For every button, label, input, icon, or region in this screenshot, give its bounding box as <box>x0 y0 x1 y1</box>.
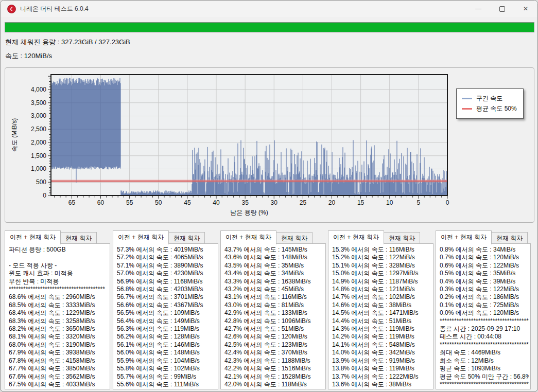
log-line: **************************************** <box>440 381 529 388</box>
log-line: 14.9% 에서의 속도 : 1187MiB/s <box>332 278 432 286</box>
log-line: 윈도 캐시 효과 : 미적용 <box>9 270 109 277</box>
tab-current-round[interactable]: 현재 회차 <box>384 232 420 244</box>
app-icon <box>7 5 16 13</box>
tab-previous-plus-current[interactable]: 이전 + 현재 회차 <box>220 230 276 244</box>
panel-log[interactable]: 파티션 용량 : 500GB - 모드 적용 사항 -윈도 캐시 효과 : 미적… <box>5 243 110 389</box>
y-tick-label: 2,500 <box>31 126 46 133</box>
result-panel: 이전 + 현재 회차현재 회차파티션 용량 : 500GB - 모드 적용 사항… <box>5 231 110 389</box>
tab-current-round[interactable]: 현재 회차 <box>168 232 205 244</box>
tab-previous-plus-current[interactable]: 이전 + 현재 회차 <box>328 230 384 244</box>
log-line: 42.9% 에서의 속도 : 133MiB/s <box>224 309 324 317</box>
log-line: 15.1% 에서의 속도 : 328MiB/s <box>332 262 432 270</box>
log-line: 56.1% 에서의 속도 : 146MiB/s <box>117 341 217 349</box>
panel-log[interactable]: 57.3% 에서의 속도 : 4019MiB/s57.2% 에서의 속도 : 4… <box>113 243 218 389</box>
log-line: 43.7% 에서의 속도 : 145MiB/s <box>224 246 324 254</box>
log-line: - 모드 적용 사항 - <box>9 262 109 270</box>
log-line: 55.6% 에서의 속도 : 111MiB/s <box>117 381 217 388</box>
panel-log[interactable]: 15.3% 에서의 속도 : 116MiB/s15.2% 에서의 속도 : 12… <box>328 243 433 389</box>
y-tick-label: 3,500 <box>31 99 46 106</box>
log-line: 13.9% 에서의 속도 : 919MiB/s <box>332 357 432 365</box>
x-tick-label: 15 <box>357 199 365 206</box>
legend-swatch <box>462 98 472 99</box>
log-line: 56.5% 에서의 속도 : 109MiB/s <box>117 309 217 317</box>
legend-label: 평균 속도 50% <box>476 104 517 113</box>
tab-current-round[interactable]: 현재 회차 <box>60 232 97 244</box>
log-line: 42.4% 에서의 속도 : 370MiB/s <box>224 349 324 357</box>
panel-log[interactable]: 0.8% 에서의 속도 : 34MiB/s0.7% 에서의 속도 : 120Mi… <box>436 243 531 389</box>
legend-item: 평균 속도 50% <box>462 104 517 113</box>
log-line: 15.3% 에서의 속도 : 116MiB/s <box>332 246 432 254</box>
log-line: 43.0% 에서의 속도 : 81MiB/s <box>224 301 324 309</box>
log-line: **************************************** <box>440 317 529 325</box>
result-panel: 이전 + 현재 회차현재 회차57.3% 에서의 속도 : 4019MiB/s5… <box>113 231 218 389</box>
close-button[interactable]: ✕ <box>514 1 537 17</box>
speed-chart-groupbox: 6560555045403530252015105005001,0001,500… <box>5 67 534 223</box>
log-line: 14.4% 에서의 속도 : 51MiB/s <box>332 317 432 325</box>
log-line: 15.2% 에서의 속도 : 122MiB/s <box>332 254 432 261</box>
tab-previous-plus-current[interactable]: 이전 + 현재 회차 <box>436 230 492 244</box>
log-line: 42.0% 에서의 속도 : 118MiB/s <box>224 381 324 388</box>
result-panel: 이전 + 현재 회차현재 회차43.7% 에서의 속도 : 145MiB/s43… <box>220 231 326 389</box>
log-line <box>9 254 109 261</box>
log-line: 56.6% 에서의 속도 : 4367MiB/s <box>117 301 217 309</box>
window-title: 나래온 더티 테스트 6.0.4 <box>20 5 89 13</box>
x-tick-label: 55 <box>126 199 133 206</box>
x-tick-label: 25 <box>300 199 307 206</box>
log-line: 14.5% 에서의 속도 : 1471MiB/s <box>332 309 432 317</box>
log-line: **************************************** <box>9 286 109 293</box>
minimize-button[interactable]: — <box>466 1 490 17</box>
log-line: 56.2% 에서의 속도 : 128MiB/s <box>117 333 217 341</box>
maximize-icon <box>499 6 505 12</box>
panel-tabs: 이전 + 현재 회차현재 회차 <box>436 231 531 244</box>
log-line: **************************************** <box>440 341 529 349</box>
title-bar: 나래온 더티 테스트 6.0.4 — ✕ <box>1 1 537 17</box>
log-line: 13.8% 에서의 속도 : 119MiB/s <box>332 365 432 372</box>
log-line: 57.0% 에서의 속도 : 4230MiB/s <box>117 270 217 277</box>
legend-item: 구간 속도 <box>462 94 517 103</box>
log-line: 0.2% 에서의 속도 : 186MiB/s <box>440 293 529 301</box>
tab-previous-plus-current[interactable]: 이전 + 현재 회차 <box>113 230 169 244</box>
log-line: 0.4% 에서의 속도 : 39MiB/s <box>440 278 529 286</box>
result-panel: 이전 + 현재 회차현재 회차15.3% 에서의 속도 : 116MiB/s15… <box>328 231 433 389</box>
log-line: 0.6% 에서의 속도 : 122MiB/s <box>440 262 529 270</box>
log-line: 14.1% 에서의 속도 : 548MiB/s <box>332 341 432 349</box>
log-line: 무한 반복 : 미적용 <box>9 278 109 286</box>
log-line: 종료 시간 : 2025-09-29 17:10 <box>440 325 529 333</box>
log-line: 68.3% 에서의 속도 : 3258MiB/s <box>9 317 109 325</box>
x-tick-label: 0 <box>446 199 449 206</box>
tab-previous-plus-current[interactable]: 이전 + 현재 회차 <box>5 230 61 244</box>
log-line: 57.1% 에서의 속도 : 3890MiB/s <box>117 262 217 270</box>
tab-current-round[interactable]: 현재 회차 <box>276 232 313 244</box>
log-line: 43.1% 에서의 속도 : 116MiB/s <box>224 293 324 301</box>
x-tick-label: 60 <box>97 199 105 206</box>
log-line: 67.7% 에서의 속도 : 3850MiB/s <box>9 365 109 372</box>
maximize-button[interactable] <box>490 1 514 17</box>
x-tick-label: 5 <box>417 199 421 206</box>
fill-progress-bar <box>5 22 534 32</box>
log-line: 42.8% 에서의 속도 : 1096MiB/s <box>224 317 324 325</box>
log-line: 43.2% 에서의 속도 : 45MiB/s <box>224 286 324 293</box>
log-line: 테스트 시간 : 00:44:08 <box>440 333 529 341</box>
x-tick-label: 50 <box>155 199 162 206</box>
y-tick-label: 500 <box>36 179 46 186</box>
log-line: 55.8% 에서의 속도 : 102MiB/s <box>117 365 217 372</box>
log-line: 67.8% 에서의 속도 : 4158MiB/s <box>9 357 109 365</box>
log-line: 43.4% 에서의 속도 : 34MiB/s <box>224 270 324 277</box>
tab-current-round[interactable]: 현재 회차 <box>491 232 528 244</box>
log-line: 57.2% 에서의 속도 : 4065MiB/s <box>117 254 217 261</box>
log-line: 0.8% 에서의 속도 : 34MiB/s <box>440 246 529 254</box>
panel-tabs: 이전 + 현재 회차현재 회차 <box>328 231 433 244</box>
log-line: 최소 속도 : 12MiB/s <box>440 357 529 365</box>
panel-log[interactable]: 43.7% 에서의 속도 : 145MiB/s43.6% 에서의 속도 : 14… <box>220 243 326 389</box>
log-line: 67.9% 에서의 속도 : 3938MiB/s <box>9 349 109 357</box>
log-line: 13.7% 에서의 속도 : 1222MiB/s <box>332 373 432 381</box>
log-line: 68.5% 에서의 속도 : 3333MiB/s <box>9 301 109 309</box>
fill-progress-value <box>5 23 534 32</box>
speed-status: 속도 : 120MiB/s <box>5 51 52 61</box>
x-tick-label: 10 <box>386 199 393 206</box>
chart-legend: 구간 속도평균 속도 50% <box>456 88 524 119</box>
log-line: 14.0% 에서의 속도 : 342MiB/s <box>332 349 432 357</box>
log-line: 42.6% 에서의 속도 : 120MiB/s <box>224 333 324 341</box>
y-tick-label: 1,000 <box>31 165 46 172</box>
log-line: 14.3% 에서의 속도 : 119MiB/s <box>332 325 432 333</box>
